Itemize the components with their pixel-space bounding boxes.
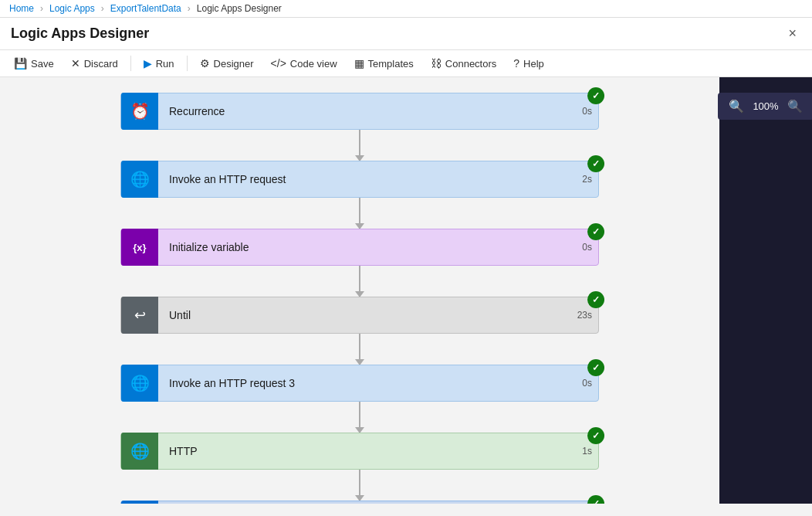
step-check-invoke-http: ✓ [587,155,604,172]
designer-label: Designer [214,58,254,70]
step-duration-invoke-http: 2s [571,174,598,185]
step-check-until: ✓ [587,291,604,308]
step-icon-create-file: ☁ [121,501,158,504]
breadcrumb-current: Logic Apps Designer [197,3,282,14]
zoom-controls: 🔍 100% 🔍 [718,93,812,120]
workflow-canvas: ⏰Recurrence0s✓🌐Invoke an HTTP request2s✓… [0,77,719,504]
code-view-label: Code view [290,58,337,70]
help-label: Help [523,58,544,70]
step-check-init-variable: ✓ [587,223,604,240]
workflow-steps: ⏰Recurrence0s✓🌐Invoke an HTTP request2s✓… [120,93,599,504]
run-icon: ▶ [144,57,152,70]
step-check-invoke-http3: ✓ [587,359,604,376]
step-connector [359,130,360,161]
connectors-button[interactable]: ⛓ Connectors [423,53,504,73]
toolbar-separator [130,56,131,71]
step-check-create-file: ✓ [587,495,604,504]
run-button[interactable]: ▶ Run [136,53,182,73]
step-connector [359,402,360,433]
step-block[interactable]: ↩Until23s✓ [120,297,599,334]
run-label: Run [156,58,174,70]
zoom-panel: 🔍 100% 🔍 [719,77,812,504]
zoom-level: 100% [750,100,781,112]
step-block[interactable]: {x}Initialize variable0s✓ [120,229,599,266]
breadcrumb-home[interactable]: Home [9,3,34,14]
templates-label: Templates [368,58,414,70]
step-duration-http: 1s [571,446,598,457]
step-check-http: ✓ [587,427,604,444]
step-label-http: HTTP [158,445,571,457]
step-icon-http: 🌐 [121,433,158,470]
help-button[interactable]: ? Help [506,53,552,73]
step-block[interactable]: ☁Create file5s✓ [120,501,599,504]
toolbar: 💾 Save ✕ Discard ▶ Run ⚙ Designer </> Co… [0,50,812,77]
zoom-out-button[interactable]: 🔍 [784,97,806,115]
step-connector [359,334,360,365]
templates-icon: ▦ [354,57,364,70]
step-block[interactable]: 🌐HTTP1s✓ [120,433,599,470]
breadcrumb: Home › Logic Apps › ExportTalentData › L… [0,0,812,18]
close-button[interactable]: × [783,24,801,43]
step-icon-invoke-http: 🌐 [121,161,158,198]
code-view-button[interactable]: </> Code view [263,53,345,73]
step-icon-init-variable: {x} [121,229,158,266]
page-title: Logic Apps Designer [11,25,149,42]
zoom-in-button[interactable]: 🔍 [726,97,747,115]
breadcrumb-logic-apps[interactable]: Logic Apps [49,3,95,14]
save-button[interactable]: 💾 Save [6,53,62,73]
step-block[interactable]: ⏰Recurrence0s✓ [120,93,599,130]
step-duration-init-variable: 0s [571,242,598,253]
help-icon: ? [513,57,519,70]
step-connector [359,266,360,297]
step-label-invoke-http3: Invoke an HTTP request 3 [158,377,571,389]
step-duration-invoke-http3: 0s [571,378,598,389]
step-duration-until: 23s [571,310,598,321]
discard-label: Discard [84,58,118,70]
step-connector [359,470,360,501]
step-icon-until: ↩ [121,297,158,334]
breadcrumb-export[interactable]: ExportTalentData [110,3,181,14]
designer-button[interactable]: ⚙ Designer [192,53,262,73]
discard-icon: ✕ [71,57,80,70]
step-duration-recurrence: 0s [571,106,598,117]
templates-button[interactable]: ▦ Templates [347,53,421,73]
save-icon: 💾 [14,57,27,70]
save-label: Save [31,58,54,70]
designer-icon: ⚙ [200,57,210,70]
step-label-init-variable: Initialize variable [158,241,571,253]
step-label-invoke-http: Invoke an HTTP request [158,173,571,185]
canvas-area: ⏰Recurrence0s✓🌐Invoke an HTTP request2s✓… [0,77,812,504]
step-check-recurrence: ✓ [587,87,604,104]
step-block[interactable]: 🌐Invoke an HTTP request 30s✓ [120,365,599,402]
title-bar: Logic Apps Designer × [0,18,812,50]
connectors-label: Connectors [445,58,496,70]
connectors-icon: ⛓ [431,57,442,70]
code-icon: </> [271,57,286,70]
step-label-until: Until [158,309,571,321]
step-connector [359,198,360,229]
step-label-recurrence: Recurrence [158,105,571,117]
discard-button[interactable]: ✕ Discard [63,53,126,73]
step-block[interactable]: 🌐Invoke an HTTP request2s✓ [120,161,599,198]
step-icon-recurrence: ⏰ [121,93,158,130]
step-icon-invoke-http3: 🌐 [121,365,158,402]
toolbar-separator-2 [187,56,188,71]
